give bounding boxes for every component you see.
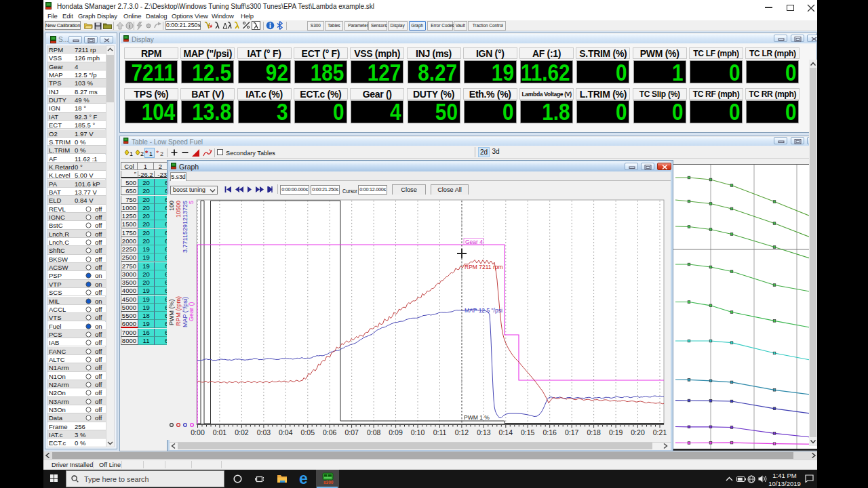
svg-text:2: 2	[160, 150, 163, 157]
svg-text:0:00: 0:00	[191, 428, 205, 436]
svg-text:10500: 10500	[175, 201, 182, 218]
svg-text:0:03: 0:03	[257, 428, 271, 436]
svg-text:*: *	[145, 149, 149, 157]
svg-text:Gear (): Gear ()	[188, 302, 195, 321]
svg-text:3.77115291213725: 3.77115291213725	[182, 201, 189, 253]
svg-text:0:18: 0:18	[587, 428, 601, 436]
svg-text:1: 1	[149, 150, 153, 157]
svg-text:2: 2	[140, 150, 144, 157]
svg-text:0:12: 0:12	[455, 428, 469, 436]
svg-text:0:14: 0:14	[499, 428, 513, 436]
svg-text:5: 5	[188, 201, 195, 204]
svg-text:0:15: 0:15	[521, 428, 535, 436]
svg-text:0:16: 0:16	[542, 428, 557, 436]
svg-text:0:08: 0:08	[367, 428, 381, 436]
svg-text:0:01: 0:01	[213, 428, 227, 436]
svg-text:0:09: 0:09	[389, 428, 403, 436]
svg-text:MAP 12.5 "/psi: MAP 12.5 "/psi	[465, 307, 502, 314]
svg-text:PWM (%): PWM (%)	[168, 300, 175, 326]
svg-text:0:06: 0:06	[323, 428, 337, 436]
svg-text:0:20: 0:20	[631, 428, 645, 436]
svg-text:0:13: 0:13	[477, 428, 491, 436]
svg-text:*: *	[156, 149, 159, 157]
svg-text:0:19: 0:19	[609, 428, 623, 436]
svg-text:1: 1	[130, 150, 133, 157]
svg-text:0:21: 0:21	[653, 428, 667, 436]
svg-text:100: 100	[168, 201, 175, 211]
svg-text:RPM (rpm): RPM (rpm)	[175, 296, 182, 326]
svg-text:RPM 7211 rpm: RPM 7211 rpm	[465, 264, 503, 270]
svg-text:0:11: 0:11	[433, 428, 447, 436]
svg-text:0:05: 0:05	[301, 428, 315, 436]
svg-text:0:02: 0:02	[235, 428, 249, 436]
svg-text:s300: s300	[323, 480, 334, 484]
svg-text:0:07: 0:07	[344, 428, 359, 436]
svg-text:0:04: 0:04	[279, 428, 293, 436]
svg-text:PWM 1 %: PWM 1 %	[464, 414, 490, 421]
svg-text:0:17: 0:17	[565, 428, 579, 436]
svg-text:Gear 4: Gear 4	[465, 239, 483, 245]
svg-text:0:10: 0:10	[411, 428, 425, 436]
